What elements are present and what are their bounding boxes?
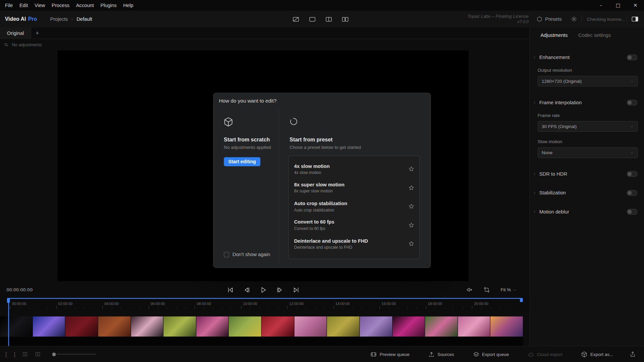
view-single-icon[interactable] — [309, 16, 316, 22]
timeline-zoom-slider[interactable] — [52, 352, 96, 356]
thumbnail-dark-red[interactable] — [65, 316, 98, 337]
add-tab-button[interactable]: + — [32, 27, 39, 39]
thumbnail-green-yellow[interactable] — [164, 316, 196, 337]
breadcrumb-current-project[interactable]: Default — [76, 16, 92, 22]
preset-title: Start from preset — [289, 137, 332, 143]
preset-item-8x-super-slow-motion[interactable]: 8x super slow motion8x super slow motion — [289, 178, 419, 197]
settings-button[interactable] — [571, 16, 577, 23]
preset-item-deinterlace-and-upscale-to-fhd[interactable]: Deinterlace and upscale to FHDDeinterlac… — [289, 234, 419, 253]
tab-adjustments[interactable]: Adjustments — [540, 33, 568, 38]
menu-item-process[interactable]: Process — [48, 2, 73, 8]
crop-icon[interactable] — [483, 287, 490, 293]
chevron-down-icon — [630, 125, 634, 128]
ruler-minor-tick — [130, 307, 130, 309]
minimize-button[interactable]: – — [592, 0, 609, 11]
thumbnail-magenta-dahlia[interactable] — [392, 316, 425, 337]
menu-item-account[interactable]: Account — [73, 2, 97, 8]
section-sdr-to-hdr[interactable]: SDR to HDR — [532, 171, 637, 177]
thumbnail-pink-flowers[interactable] — [196, 316, 228, 337]
play-button[interactable] — [259, 286, 267, 294]
menu-item-help[interactable]: Help — [120, 2, 137, 8]
step-forward-button[interactable] — [276, 286, 283, 294]
thumbnail-pink-bright[interactable] — [458, 316, 490, 337]
section-enhancement[interactable]: Enhancement — [532, 55, 637, 60]
step-back-button[interactable] — [243, 286, 251, 294]
tab-original[interactable]: Original — [0, 27, 32, 39]
preview-tab-bar: Original + — [0, 27, 529, 39]
frame-rate-dropdown[interactable]: 30 FPS (Original) — [538, 121, 638, 132]
ruler-tick — [149, 306, 149, 309]
thumbnail-dark[interactable] — [0, 316, 32, 337]
view-compare-icon[interactable] — [325, 16, 332, 22]
toggle-right-panel-button[interactable] — [631, 16, 639, 23]
breadcrumb-projects[interactable]: Projects — [50, 16, 68, 22]
star-icon[interactable] — [408, 166, 414, 172]
view-dual-icon[interactable] — [342, 16, 349, 22]
menu-item-file[interactable]: File — [2, 2, 16, 8]
frame-interpolation-toggle[interactable] — [627, 100, 638, 106]
slider-knob[interactable] — [52, 352, 56, 356]
transport-bar: 00:00:00:00 Fit % — [0, 283, 529, 296]
sdr-to-hdr-toggle[interactable] — [627, 171, 638, 177]
output-resolution-dropdown[interactable]: 1280×720 (Original) — [538, 76, 638, 87]
mute-icon[interactable] — [466, 287, 473, 293]
preset-item-auto-crop-stabilization[interactable]: Auto crop stabilizationAuto crop stabili… — [289, 197, 419, 216]
preset-item-title: Auto crop stabilization — [294, 200, 347, 206]
thumbnail-lavender-rows[interactable] — [360, 316, 392, 337]
header-divider — [627, 15, 627, 23]
thumbnail-green-pink[interactable] — [425, 316, 458, 337]
preview-queue-button[interactable]: Preview queue — [371, 351, 410, 357]
start-editing-button[interactable]: Start editing — [224, 157, 260, 166]
enhancement-toggle[interactable] — [627, 55, 638, 60]
marker-in-icon[interactable] — [22, 351, 28, 357]
restore-button[interactable]: □ — [609, 0, 627, 11]
cloud-export-button[interactable]: Cloud export — [528, 351, 562, 357]
close-button[interactable]: ✕ — [627, 0, 644, 11]
thumbnail-blossom-tree[interactable] — [294, 316, 327, 337]
timeline-ruler[interactable]: 00:00:0002:00:0004:00:0006:00:0008:00:00… — [0, 298, 529, 311]
thumbnail-rust-speckle[interactable] — [98, 316, 130, 337]
slow-motion-dropdown[interactable]: None — [538, 147, 638, 158]
preset-item-text: Convert to 60 fpsConvert to 60 fps — [294, 219, 334, 231]
thumbnail-pink-blossom[interactable] — [131, 316, 163, 337]
star-icon[interactable] — [408, 203, 414, 209]
preset-item-4x-slow-motion[interactable]: 4x slow motion4x slow motion — [289, 160, 419, 178]
layers-icon — [473, 351, 479, 357]
star-icon[interactable] — [408, 185, 414, 191]
skip-end-button[interactable] — [292, 286, 300, 294]
view-split-icon[interactable] — [292, 16, 300, 22]
save-frame-icon[interactable] — [35, 351, 41, 357]
dont-show-again-checkbox[interactable] — [224, 252, 229, 257]
zoom-fit-dropdown[interactable]: Fit % — [501, 287, 517, 292]
ruler-minor-tick — [407, 307, 408, 309]
sources-button[interactable]: Sources — [428, 351, 454, 357]
star-icon[interactable] — [408, 241, 414, 247]
ruler-label: 08:00:00 — [197, 302, 211, 306]
menu-item-plugins[interactable]: Plugins — [97, 2, 120, 8]
out-point-handle[interactable] — [520, 298, 523, 302]
trim-in-button[interactable]: [ — [5, 351, 7, 357]
menu-item-edit[interactable]: Edit — [16, 2, 31, 8]
thumbnail-red-roses[interactable] — [262, 316, 294, 337]
stabilization-toggle[interactable] — [627, 190, 638, 196]
export-queue-button[interactable]: Export queue — [473, 351, 509, 357]
dont-show-again-row: Don't show again — [224, 252, 270, 257]
section-frame-interpolation[interactable]: Frame interpolation — [532, 100, 637, 106]
ruler-minor-tick — [500, 307, 500, 309]
tab-codec-settings[interactable]: Codec settings — [578, 33, 611, 38]
star-icon[interactable] — [408, 222, 414, 228]
trim-out-button[interactable]: ] — [14, 351, 15, 357]
preset-item-convert-to-60-fps[interactable]: Convert to 60 fpsConvert to 60 fps — [289, 216, 419, 234]
skip-start-button[interactable] — [226, 286, 234, 294]
section-motion-deblur[interactable]: Motion deblur — [532, 209, 637, 215]
export-as-button[interactable]: Export as... — [581, 351, 613, 357]
menu-item-view[interactable]: View — [31, 2, 48, 8]
thumbnail-green-field[interactable] — [229, 316, 261, 337]
motion-deblur-toggle[interactable] — [627, 209, 638, 215]
thumbnail-olive[interactable] — [327, 316, 359, 337]
thumbnail-sunset[interactable] — [491, 316, 523, 337]
presets-button[interactable]: Presets — [536, 16, 562, 22]
share-icon[interactable] — [630, 351, 636, 357]
thumbnail-blue-purple[interactable] — [33, 316, 65, 337]
section-stabilization[interactable]: Stabilization — [532, 190, 637, 196]
